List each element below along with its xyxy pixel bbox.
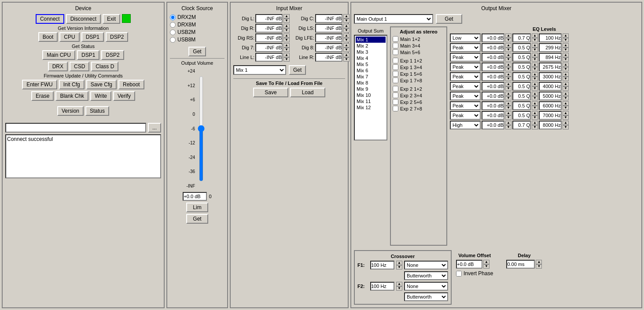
list-item[interactable]: Mix 5	[356, 61, 386, 67]
exp1-7-8-checkbox[interactable]	[393, 78, 398, 83]
save-cfg-button[interactable]: Save Cfg	[86, 80, 117, 89]
eq-q-up-0[interactable]: ▲	[532, 33, 538, 38]
eq-hz-input-9[interactable]	[539, 121, 562, 129]
dig-rs-input[interactable]	[255, 33, 283, 42]
eq-type-select-6[interactable]: LowPeakHighLowShelfHighShelfNotchBandPas…	[450, 92, 481, 100]
dig-ls-input[interactable]	[315, 24, 342, 33]
dig-8-input[interactable]	[315, 43, 342, 52]
list-item[interactable]: Mix 1	[356, 37, 386, 43]
eq-hz-input-1[interactable]	[539, 43, 562, 52]
eq-q-down-2[interactable]: ▼	[532, 57, 538, 62]
clock-get-button[interactable]: Get	[188, 47, 206, 56]
eq-db-down-8[interactable]: ▼	[505, 115, 512, 120]
dig-8-up[interactable]: ▲	[343, 43, 350, 48]
eq-type-select-4[interactable]: LowPeakHighLowShelfHighShelfNotchBandPas…	[450, 72, 481, 81]
eq-type-select-7[interactable]: LowPeakHighLowShelfHighShelfNotchBandPas…	[450, 101, 481, 110]
dig-rs-up[interactable]: ▲	[283, 33, 290, 38]
dsp2-status-button[interactable]: DSP2	[101, 50, 124, 60]
dig-rs-down[interactable]: ▼	[283, 38, 290, 42]
list-item[interactable]: Mix 2	[356, 43, 386, 49]
eq-q-input-1[interactable]	[512, 43, 531, 52]
eq-hz-down-8[interactable]: ▼	[563, 115, 569, 120]
eq-hz-up-9[interactable]: ▲	[563, 121, 569, 125]
eq-hz-down-3[interactable]: ▼	[563, 67, 569, 71]
eq-q-down-6[interactable]: ▼	[532, 96, 538, 100]
eq-q-up-2[interactable]: ▲	[532, 53, 538, 57]
exp2-3-4-checkbox[interactable]	[393, 92, 398, 98]
exp2-1-2-checkbox[interactable]	[393, 86, 398, 92]
eq-q-down-3[interactable]: ▼	[532, 67, 538, 71]
line-r-up[interactable]: ▲	[343, 53, 350, 57]
f2-hz-up[interactable]: ▲	[396, 282, 402, 286]
eq-db-input-9[interactable]	[482, 121, 504, 129]
eq-db-up-2[interactable]: ▲	[505, 53, 512, 57]
f1-hz-down[interactable]: ▼	[396, 265, 402, 269]
drx8m-radio[interactable]	[170, 22, 176, 28]
eq-hz-up-6[interactable]: ▲	[563, 92, 569, 96]
f2-filter2-select[interactable]: ButterworthBesselLinkwitz-Riley	[404, 292, 448, 301]
eq-q-down-9[interactable]: ▼	[532, 125, 538, 129]
input-mixer-get-button[interactable]: Get	[289, 65, 306, 75]
eq-db-down-2[interactable]: ▼	[505, 57, 512, 62]
f1-hz-input[interactable]	[370, 261, 394, 269]
dig-r-down[interactable]: ▼	[283, 28, 290, 33]
eq-hz-input-3[interactable]	[539, 63, 562, 71]
save-button[interactable]: Save	[253, 88, 288, 97]
eq-hz-down-4[interactable]: ▼	[563, 77, 569, 81]
f2-hz-input[interactable]	[370, 282, 394, 291]
eq-q-input-9[interactable]	[512, 121, 531, 129]
eq-hz-input-0[interactable]	[539, 33, 562, 42]
dig-lfe-input[interactable]	[315, 33, 342, 42]
eq-db-input-3[interactable]	[482, 63, 504, 71]
volume-offset-down[interactable]: ▼	[483, 264, 489, 269]
usb2m-radio[interactable]	[170, 30, 176, 35]
main-1-2-checkbox[interactable]	[393, 36, 398, 42]
f1-filter2-select[interactable]: ButterworthBesselLinkwitz-Riley	[404, 271, 448, 280]
eq-q-up-7[interactable]: ▲	[532, 101, 538, 106]
eq-db-input-7[interactable]	[482, 101, 504, 110]
eq-db-input-8[interactable]	[482, 111, 504, 120]
dig-c-input[interactable]	[315, 14, 342, 23]
eq-db-up-3[interactable]: ▲	[505, 63, 512, 67]
eq-db-up-1[interactable]: ▲	[505, 43, 512, 48]
eq-hz-down-7[interactable]: ▼	[563, 106, 569, 110]
list-item[interactable]: Mix 12	[356, 104, 386, 111]
eq-hz-down-0[interactable]: ▼	[563, 38, 569, 42]
dsp1-status-button[interactable]: DSP1	[77, 50, 99, 60]
eq-db-down-9[interactable]: ▼	[505, 125, 512, 129]
dig-l-up[interactable]: ▲	[283, 14, 290, 18]
eq-q-up-6[interactable]: ▲	[532, 92, 538, 96]
list-item[interactable]: Mix 3	[356, 49, 386, 55]
eq-db-up-4[interactable]: ▲	[505, 72, 512, 77]
list-item[interactable]: Mix 6	[356, 67, 386, 74]
csd-button[interactable]: CSD	[70, 62, 89, 71]
connect-button[interactable]: Connect	[36, 14, 64, 24]
eq-q-up-5[interactable]: ▲	[532, 82, 538, 86]
eq-db-up-6[interactable]: ▲	[505, 92, 512, 96]
dig-l-down[interactable]: ▼	[283, 18, 290, 23]
delay-down[interactable]: ▼	[536, 264, 542, 269]
eq-hz-input-7[interactable]	[539, 101, 562, 110]
list-item[interactable]: Mix 11	[356, 98, 386, 104]
eq-q-down-4[interactable]: ▼	[532, 77, 538, 81]
volume-slider[interactable]	[197, 76, 205, 181]
disconnect-button[interactable]: Disconnect	[66, 14, 101, 24]
dig-lfe-down[interactable]: ▼	[343, 38, 350, 42]
volume-get-button[interactable]: Get	[186, 214, 208, 224]
eq-q-down-1[interactable]: ▼	[532, 48, 538, 52]
eq-hz-up-1[interactable]: ▲	[563, 43, 569, 48]
eq-db-input-1[interactable]	[482, 43, 504, 52]
eq-hz-down-5[interactable]: ▼	[563, 86, 569, 91]
output-sum-list[interactable]: Mix 1 Mix 2 Mix 3 Mix 4 Mix 5 Mix 6 Mix …	[354, 35, 387, 140]
browse-button[interactable]: ...	[148, 123, 161, 133]
list-item[interactable]: Mix 7	[356, 74, 386, 80]
main-cpu-button[interactable]: Main CPU	[42, 50, 75, 60]
eq-db-up-5[interactable]: ▲	[505, 82, 512, 86]
eq-hz-up-5[interactable]: ▲	[563, 82, 569, 86]
exp1-1-2-checkbox[interactable]	[393, 58, 398, 63]
dig-7-up[interactable]: ▲	[283, 43, 290, 48]
invert-phase-checkbox[interactable]	[456, 271, 462, 277]
init-cfg-button[interactable]: Init Cfg	[59, 80, 85, 89]
eq-db-up-7[interactable]: ▲	[505, 101, 512, 106]
main-output-select[interactable]: Main Output 1 Main Output 2 Main Output …	[354, 14, 433, 24]
